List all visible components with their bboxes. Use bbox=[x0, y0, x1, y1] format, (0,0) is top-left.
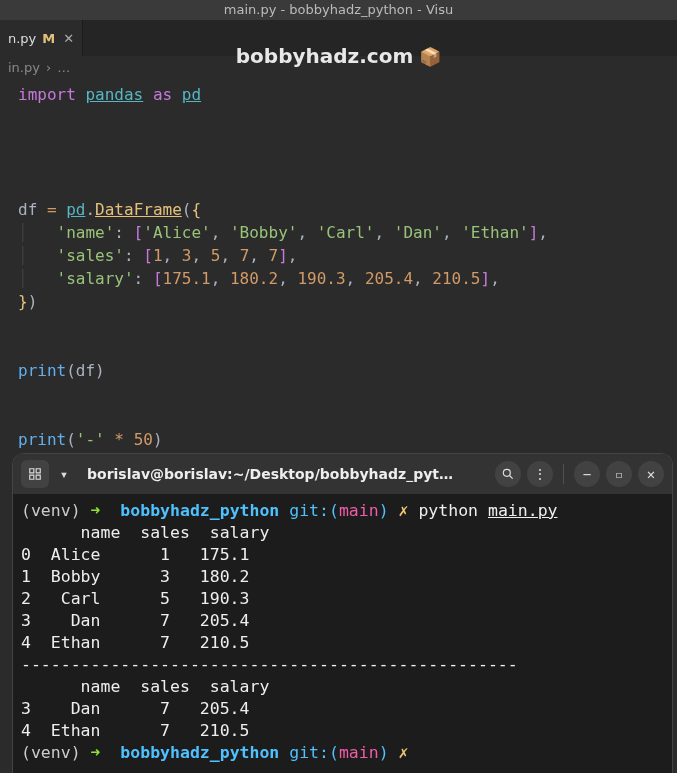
terminal-output[interactable]: (venv) ➜ bobbyhadz_python git:(main) ✗ p… bbox=[13, 494, 672, 770]
window-title: main.py - bobbyhadz_python - Visu bbox=[224, 2, 453, 17]
search-icon bbox=[501, 467, 515, 481]
tab-close-icon[interactable]: ✕ bbox=[63, 31, 74, 46]
breadcrumb-file: in.py bbox=[8, 60, 40, 75]
menu-button[interactable]: ⋮ bbox=[527, 461, 553, 487]
output-header: name sales salary bbox=[21, 523, 269, 542]
tab-modified-indicator: M bbox=[42, 31, 55, 46]
output-row: 4 Ethan 7 210.5 bbox=[21, 721, 249, 740]
svg-point-0 bbox=[503, 469, 510, 476]
divider bbox=[563, 464, 564, 484]
output-separator: ----------------------------------------… bbox=[21, 655, 518, 674]
breadcrumb-more: … bbox=[57, 60, 70, 75]
kebab-icon: ⋮ bbox=[533, 466, 547, 482]
output-row: 4 Ethan 7 210.5 bbox=[21, 633, 249, 652]
window-title-bar: main.py - bobbyhadz_python - Visu bbox=[0, 0, 677, 20]
output-header: name sales salary bbox=[21, 677, 269, 696]
close-icon: ✕ bbox=[647, 466, 655, 482]
output-row: 3 Dan 7 205.4 bbox=[21, 611, 249, 630]
editor-tab[interactable]: n.py M ✕ bbox=[0, 20, 83, 56]
breadcrumb[interactable]: in.py › … bbox=[0, 56, 677, 79]
search-button[interactable] bbox=[495, 461, 521, 487]
new-tab-button[interactable] bbox=[21, 460, 49, 488]
terminal-window: ▾ borislav@borislav:~/Desktop/bobbyhadz_… bbox=[12, 453, 673, 773]
maximize-icon: ◻ bbox=[616, 469, 622, 480]
dropdown-button[interactable]: ▾ bbox=[55, 460, 73, 488]
tab-filename: n.py bbox=[8, 31, 36, 46]
output-row: 0 Alice 1 175.1 bbox=[21, 545, 249, 564]
maximize-button[interactable]: ◻ bbox=[606, 461, 632, 487]
output-row: 2 Carl 5 190.3 bbox=[21, 589, 249, 608]
minimize-icon: − bbox=[583, 466, 591, 482]
tab-bar: n.py M ✕ bbox=[0, 20, 677, 56]
chevron-down-icon: ▾ bbox=[60, 466, 68, 482]
terminal-title: borislav@borislav:~/Desktop/bobbyhadz_py… bbox=[79, 466, 489, 482]
output-row: 1 Bobby 3 180.2 bbox=[21, 567, 249, 586]
close-button[interactable]: ✕ bbox=[638, 461, 664, 487]
breadcrumb-separator: › bbox=[46, 60, 51, 75]
plus-icon bbox=[28, 467, 42, 481]
svg-line-1 bbox=[510, 476, 513, 479]
output-row: 3 Dan 7 205.4 bbox=[21, 699, 249, 718]
minimize-button[interactable]: − bbox=[574, 461, 600, 487]
terminal-header: ▾ borislav@borislav:~/Desktop/bobbyhadz_… bbox=[13, 454, 672, 494]
